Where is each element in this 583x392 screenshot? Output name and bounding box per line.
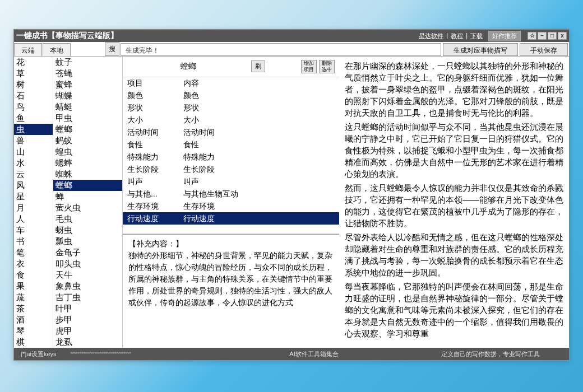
window-title: 一键成书【事物描写云端版】 [16,31,418,41]
subcategory-item[interactable]: 蜜蜂 [53,79,122,90]
category-item[interactable]: 虫 [14,124,53,135]
table-row[interactable]: 生存环境生存环境 [123,200,339,212]
close-button[interactable]: x [558,32,567,40]
description-paragraph: 这只螳螂的活动时间似乎与众不同，当其他昆虫还沉浸在晨曦的宁静之中时，它已开始了它… [345,121,563,180]
subcategory-item[interactable]: 象鼻虫 [53,281,122,292]
category-item[interactable]: 果 [14,281,53,292]
subcategory-item[interactable]: 苍蝇 [53,68,122,79]
favorite-button[interactable]: ☆ [528,32,536,40]
table-row[interactable]: 形状形状 [123,101,339,114]
minimize-button[interactable]: – [538,32,547,40]
category-item[interactable]: 星 [14,191,53,202]
app-window: 一键成书【事物描写云端版】 星达软件| 教程| 下载 好作推荐 ☆ – □ x … [13,29,570,361]
link-software[interactable]: 星达软件 [418,32,445,40]
generate-button[interactable]: 生成对应事物描写 [443,43,518,56]
refresh-button[interactable]: 刷 [251,60,265,72]
category-item[interactable]: 风 [14,180,53,191]
subcategory-item[interactable]: 蚂蚁 [53,135,122,146]
supplement-title: 【补充内容：】 [128,238,334,250]
category-item[interactable]: 云 [14,169,53,180]
subcategory-item[interactable]: 虎甲 [53,325,122,337]
category-item[interactable]: 蔬 [14,292,53,303]
subcategory-item[interactable]: 龙虱 [53,337,122,348]
item-title: 螳螂 [127,62,249,72]
category-item[interactable]: 食 [14,269,53,281]
subcategory-list[interactable]: 蚊子苍蝇蜜蜂蝴蝶蜻蜓甲虫螳螂蚂蚁蝗虫蟋蟀蜘蛛螳螂蝉萤火虫毛虫蚜虫瓢虫金龟子叩头虫… [53,57,123,348]
footer-toolbox[interactable]: AI软件工具箱集合 [216,350,412,358]
subcategory-item[interactable]: 蚜虫 [53,225,122,236]
subcategory-item[interactable]: 叶甲 [53,303,122,314]
footer-custom-data[interactable]: 定义自己的写作数据，专业写作工具 [412,350,569,358]
link-download[interactable]: 下载 [469,32,484,40]
category-item[interactable]: 月 [14,202,53,213]
category-item[interactable]: 酒 [14,314,53,325]
window-controls: ☆ – □ x [528,32,567,40]
add-item-button[interactable]: 增加项目 [301,60,317,73]
subcategory-item[interactable]: 蝴蝶 [53,90,122,101]
category-item[interactable]: 车 [14,225,53,236]
description-paragraph: 每当夜幕降临，它那独特的叫声便会在林间回荡，那是生命力旺盛的证明，也是自然界神秘… [345,281,563,339]
subcategory-item[interactable]: 金龟子 [53,247,122,258]
table-row[interactable]: 活动时间活动时间 [123,126,339,138]
subcategory-item[interactable]: 天牛 [53,269,122,281]
link-tutorial[interactable]: 教程 [450,32,464,40]
table-row[interactable]: 生长阶段生长阶段 [123,163,339,175]
table-row[interactable]: 特殊能力特殊能力 [123,151,339,163]
supplement-panel[interactable]: 【补充内容：】 独特的外形细节，神秘的身世背景，罕见的能力天赋，复杂的性格特点，… [123,234,339,348]
toolbar: 云端 本地 搜 生成完毕！ 生成对应事物描写 手动保存 [14,42,569,57]
recommend-button[interactable]: 好作推荐 [488,31,521,41]
table-row[interactable]: 与其他...与其他生物互动 [123,188,339,200]
table-row[interactable]: 颜色颜色 [123,89,339,101]
subcategory-item[interactable]: 蚊子 [53,57,122,68]
subcategory-item[interactable]: 螳螂 [53,124,122,135]
subcategory-item[interactable]: 甲虫 [53,113,122,124]
tab-local[interactable]: 本地 [43,43,71,56]
subcategory-item[interactable]: 毛虫 [53,213,122,225]
category-item[interactable]: 书 [14,236,53,247]
table-row[interactable]: 食性食性 [123,138,339,151]
description-paragraph: 然而，这只螳螂最令人惊叹的能力并非仅仅是其致命的杀戮技巧，它还拥有一种罕见的本领… [345,182,563,229]
tab-cloud[interactable]: 云端 [14,43,42,56]
category-item[interactable]: 树 [14,79,53,90]
category-item[interactable]: 琴 [14,325,53,337]
footer-ai-keys[interactable]: [*]ai设置keys [14,350,70,358]
category-item[interactable]: 石 [14,90,53,101]
category-item[interactable]: 鸟 [14,101,53,113]
search-button[interactable]: 搜 [105,42,119,56]
category-item[interactable]: 水 [14,157,53,169]
description-panel[interactable]: 在那片幽深的森林深处，一只螳螂以其独特的外形和神秘的气质悄然立于叶尖之上。它的身… [339,57,569,348]
subcategory-item[interactable]: 瓢虫 [53,236,122,247]
subcategory-item[interactable]: 蝉 [53,191,122,202]
category-item[interactable]: 笔 [14,247,53,258]
footer-stars: ********************************* [70,351,216,357]
table-row[interactable]: 叫声叫声 [123,175,339,188]
subcategory-item[interactable]: 萤火虫 [53,202,122,213]
subcategory-item[interactable]: 吉丁虫 [53,292,122,303]
subcategory-item[interactable]: 蜻蜓 [53,101,122,113]
category-list[interactable]: 花草树石鸟鱼虫兽山水云风星月人车书笔衣食果蔬茶酒琴棋画灯烛窗 [14,57,53,348]
subcategory-item[interactable]: 蜘蛛 [53,169,122,180]
category-item[interactable]: 茶 [14,303,53,314]
category-item[interactable]: 草 [14,68,53,79]
category-item[interactable]: 棋 [14,337,53,348]
category-item[interactable]: 花 [14,57,53,68]
category-item[interactable]: 衣 [14,258,53,269]
subcategory-item[interactable]: 螳螂 [53,180,122,191]
category-item[interactable]: 山 [14,146,53,157]
titlebar[interactable]: 一键成书【事物描写云端版】 星达软件| 教程| 下载 好作推荐 ☆ – □ x [14,30,569,42]
subcategory-item[interactable]: 蝗虫 [53,146,122,157]
item-header: 螳螂 刷 增加项目 删除选中 [123,57,339,77]
table-row[interactable]: 大小大小 [123,114,339,126]
subcategory-item[interactable]: 步甲 [53,314,122,325]
category-item[interactable]: 人 [14,213,53,225]
delete-selected-button[interactable]: 删除选中 [319,60,335,73]
subcategory-item[interactable]: 蟋蟀 [53,157,122,169]
subcategory-item[interactable]: 叩头虫 [53,258,122,269]
save-button[interactable]: 手动保存 [520,43,568,56]
attributes-table-area[interactable]: 项目内容颜色颜色形状形状大小大小活动时间活动时间食性食性特殊能力特殊能力生长阶段… [123,77,339,234]
maximize-button[interactable]: □ [548,32,557,40]
category-item[interactable]: 兽 [14,135,53,146]
category-item[interactable]: 鱼 [14,113,53,124]
description-paragraph: 在那片幽深的森林深处，一只螳螂以其独特的外形和神秘的气质悄然立于叶尖之上。它的身… [345,60,563,119]
table-row[interactable]: 行动速度行动速度 [123,212,339,225]
